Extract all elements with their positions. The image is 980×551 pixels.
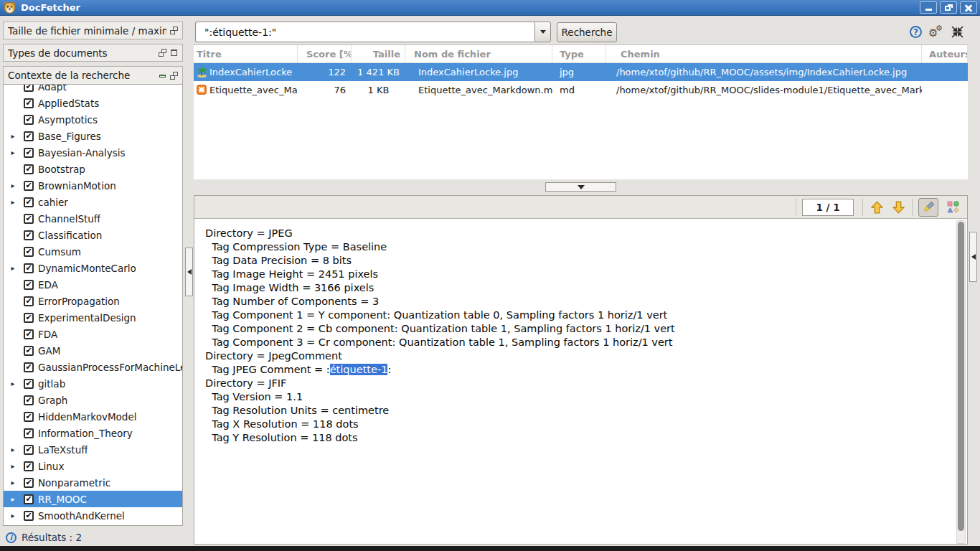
tree-item-gitlab[interactable]: ▸✔gitlab [4,375,182,392]
search-history-dropdown[interactable] [534,22,551,42]
tree-checkbox[interactable]: ✔ [24,362,34,372]
panel-restore-icon[interactable] [170,72,178,80]
tree-checkbox[interactable]: ✔ [24,379,34,389]
column-header-titre[interactable]: Titre [194,45,298,63]
column-header-nom[interactable]: Nom de fichier [405,45,552,63]
preview-scrollbar[interactable] [956,220,966,544]
tree-checkbox[interactable]: ✔ [24,511,34,521]
expand-arrow-icon[interactable]: ▸ [8,149,18,156]
tree-item-ChannelStuff[interactable]: ✔ChannelStuff [4,210,182,227]
panel-maximize-icon[interactable] [170,49,178,57]
tree-item-AppliedStats[interactable]: ✔AppliedStats [4,95,182,111]
tree-item-HiddenMarkovModel[interactable]: ✔HiddenMarkovModel [4,408,182,425]
result-row-IndexCahierLocke[interactable]: IndexCahierLocke1221 421 KBIndexCahierLo… [194,63,968,81]
tree-item-ExperimentalDesign[interactable]: ✔ExperimentalDesign [4,309,182,326]
panel-minimize-icon[interactable] [159,72,166,80]
minimize-button[interactable] [920,1,937,14]
tree-checkbox[interactable]: ✔ [24,98,34,108]
search-input[interactable] [195,22,534,42]
tree-checkbox[interactable]: ✔ [24,197,34,207]
panel-doctypes-header[interactable]: Types de documents [3,44,183,62]
column-header-auteurs[interactable]: Auteurs [922,45,968,63]
tree-item-cahier[interactable]: ▸✔cahier [4,194,182,210]
tree-checkbox[interactable]: ✔ [24,131,34,141]
column-header-score[interactable]: Score [%] [298,45,352,63]
panel-restore-icon[interactable] [159,49,166,57]
collapse-sidebar-button[interactable] [185,248,193,296]
tree-item-Classification[interactable]: ✔Classification [4,227,182,243]
collapse-table-button[interactable] [545,182,616,192]
expand-arrow-icon[interactable]: ▸ [8,380,18,387]
expand-arrow-icon[interactable]: ▸ [8,132,18,140]
toggle-highlighting-button[interactable] [918,198,938,217]
tree-checkbox[interactable]: ✔ [24,263,34,273]
tree-item-Information_Theory[interactable]: ✔Information_Theory [4,425,182,441]
next-match-button[interactable] [890,199,906,215]
tree-item-LaTeXstuff[interactable]: ▸✔LaTeXstuff [4,441,182,458]
tree-checkbox[interactable]: ✔ [24,412,34,422]
tree-checkbox[interactable]: ✔ [24,478,34,488]
tree-item-BrownianMotion[interactable]: ▸✔BrownianMotion [4,177,182,194]
tree-checkbox[interactable]: ✔ [24,230,34,240]
column-header-taille[interactable]: Taille [352,45,405,63]
tree-checkbox[interactable]: ✔ [24,214,34,224]
panel-filesize-header[interactable]: Taille de fichier minimale / maximale [3,22,183,39]
previous-match-button[interactable] [869,199,885,215]
tree-item-ErrorPropagation[interactable]: ✔ErrorPropagation [4,293,182,309]
tree-checkbox[interactable]: ✔ [24,395,34,405]
tree-checkbox[interactable]: ✔ [24,148,34,158]
panel-scope-header[interactable]: Contexte de la recherche [3,66,183,84]
help-icon[interactable]: ? [910,26,922,38]
column-header-chemin[interactable]: Chemin [606,45,922,63]
preferences-gear-icon[interactable]: ⚙⚙ [928,24,947,39]
tree-item-Adapt[interactable]: ✔Adapt [4,84,182,95]
expand-arrow-icon[interactable]: ▸ [8,495,18,503]
tree-checkbox[interactable]: ✔ [24,313,34,323]
tree-item-SmoothAndKernel[interactable]: ▸✔SmoothAndKernel [4,507,182,524]
tree-item-EDA[interactable]: ✔EDA [4,276,182,293]
tree-item-FDA[interactable]: ✔FDA [4,326,182,342]
tree-item-RR_MOOC[interactable]: ▸✔RR_MOOC [4,491,182,507]
collapse-preview-button[interactable] [969,232,977,282]
tree-checkbox[interactable]: ✔ [24,280,34,290]
tree-item-Base_Figures[interactable]: ▸✔Base_Figures [4,128,182,144]
tree-checkbox[interactable]: ✔ [24,445,34,455]
tree-checkbox[interactable]: ✔ [24,428,34,438]
tree-item-Bootstrap[interactable]: ✔Bootstrap [4,161,182,177]
expand-arrow-icon[interactable]: ▸ [8,512,18,519]
restore-button[interactable] [940,1,957,14]
tree-item-Graph[interactable]: ✔Graph [4,392,182,408]
tree-checkbox[interactable]: ✔ [24,329,34,339]
tree-checkbox[interactable]: ✔ [24,181,34,191]
minimize-to-tray-icon[interactable] [951,26,963,38]
tree-item-GAM[interactable]: ✔GAM [4,342,182,359]
tree-item-Linux[interactable]: ▸✔Linux [4,458,182,474]
expand-arrow-icon[interactable]: ▸ [8,479,18,486]
panel-restore-icon[interactable] [170,27,178,34]
tree-item-Asymptotics[interactable]: ✔Asymptotics [4,111,182,128]
tree-checkbox[interactable]: ✔ [24,296,34,306]
expand-arrow-icon[interactable]: ▸ [8,446,18,453]
tree-item-DynamicMonteCarlo[interactable]: ▸✔DynamicMonteCarlo [4,260,182,276]
tree-item-GaussianProcessForMachineLearning[interactable]: ✔GaussianProcessForMachineLearning [4,359,182,375]
search-button[interactable]: Recherche [557,22,617,42]
result-row-Etiquette_avec_Markdown[interactable]: Etiquette_avec_Markdown761 KBEtiquette_a… [194,81,968,99]
tree-item-Nonparametric[interactable]: ▸✔Nonparametric [4,474,182,491]
tree-checkbox[interactable]: ✔ [24,494,34,504]
expand-arrow-icon[interactable]: ▸ [8,198,18,206]
expand-arrow-icon[interactable]: ▸ [8,462,18,470]
preview-mode-icon[interactable] [944,198,961,217]
tree-checkbox[interactable]: ✔ [24,461,34,471]
scrollbar-thumb[interactable] [958,222,964,531]
tree-checkbox[interactable]: ✔ [24,346,34,356]
preview-text[interactable]: Directory = JPEG Tag Compression Type = … [194,219,955,545]
expand-arrow-icon[interactable]: ▸ [8,182,18,189]
tree-checkbox[interactable]: ✔ [24,115,34,125]
close-button[interactable] [960,1,977,14]
tree-item-Cumsum[interactable]: ✔Cumsum [4,243,182,260]
tree-item-Bayesian-Analysis[interactable]: ▸✔Bayesian-Analysis [4,144,182,161]
tree-checkbox[interactable]: ✔ [24,164,34,174]
column-header-type[interactable]: Type [552,45,606,63]
tree-checkbox[interactable]: ✔ [24,247,34,257]
tree-checkbox[interactable]: ✔ [24,84,34,92]
